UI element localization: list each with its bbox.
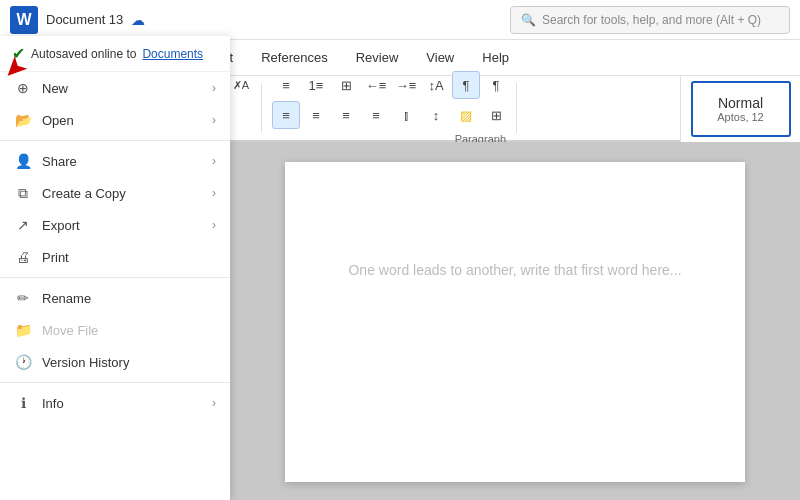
increase-indent-button[interactable]: →≡ (392, 71, 420, 99)
menu-label-open: Open (42, 113, 74, 128)
move-file-icon: 📁 (14, 322, 32, 338)
menu-label-new: New (42, 81, 68, 96)
line-spacing-button[interactable]: ↕ (422, 101, 450, 129)
create-copy-chevron: › (212, 186, 216, 200)
open-chevron: › (212, 113, 216, 127)
doc-page[interactable]: One word leads to another, write that fi… (285, 162, 745, 482)
menu-item-move-file: 📁 Move File (0, 314, 230, 346)
rename-icon: ✏ (14, 290, 32, 306)
title-search[interactable]: 🔍 Search for tools, help, and more (Alt … (510, 6, 790, 34)
doc-title: Document 13 (46, 12, 123, 27)
decrease-indent-button[interactable]: ←≡ (362, 71, 390, 99)
paragraph-group: ≡ 1≡ ⊞ ←≡ →≡ ↕A ¶ ¶ ≡ ≡ ≡ ≡ ⫿ ↕ ▨ ⊞ Para… (266, 83, 517, 133)
title-bar-left: W Document 13 ☁ (10, 6, 145, 34)
divider-1 (0, 140, 230, 141)
menu-label-print: Print (42, 250, 69, 265)
autosave-text: Autosaved online to (31, 47, 136, 61)
menu-label-export: Export (42, 218, 80, 233)
autosave-link[interactable]: Documents (142, 47, 203, 61)
divider-3 (0, 382, 230, 383)
clear-format-button[interactable]: ✗A (227, 71, 255, 99)
menu-label-rename: Rename (42, 291, 91, 306)
info-chevron: › (212, 396, 216, 410)
doc-placeholder: One word leads to another, write that fi… (325, 262, 705, 278)
menu-item-open[interactable]: 📂 Open › (0, 104, 230, 136)
justify-button[interactable]: ≡ (362, 101, 390, 129)
menu-item-rename[interactable]: ✏ Rename (0, 282, 230, 314)
columns-button[interactable]: ⫿ (392, 101, 420, 129)
create-copy-icon: ⧉ (14, 185, 32, 202)
share-icon: 👤 (14, 153, 32, 169)
style-sub: Aptos, 12 (717, 111, 763, 123)
export-icon: ↗ (14, 217, 32, 233)
bullets-button[interactable]: ≡ (272, 71, 300, 99)
numbering-button[interactable]: 1≡ (302, 71, 330, 99)
borders-button[interactable]: ⊞ (482, 101, 510, 129)
menu-item-share[interactable]: 👤 Share › (0, 145, 230, 177)
shading-button[interactable]: ▨ (452, 101, 480, 129)
search-icon: 🔍 (521, 13, 536, 27)
doc-area: One word leads to another, write that fi… (230, 142, 800, 500)
menu-item-new[interactable]: ⊕ New › (0, 72, 230, 104)
menu-item-export[interactable]: ↗ Export › (0, 209, 230, 241)
menu-label-share: Share (42, 154, 77, 169)
title-bar: W Document 13 ☁ 🔍 Search for tools, help… (0, 0, 800, 40)
menu-item-create-copy[interactable]: ⧉ Create a Copy › (0, 177, 230, 209)
export-chevron: › (212, 218, 216, 232)
version-history-icon: 🕐 (14, 354, 32, 370)
menu-label-create-copy: Create a Copy (42, 186, 126, 201)
open-icon: 📂 (14, 112, 32, 128)
menu-item-version-history[interactable]: 🕐 Version History (0, 346, 230, 378)
file-menu: ✔ Autosaved online to Documents ⊕ New › … (0, 36, 230, 500)
menu-label-info: Info (42, 396, 64, 411)
print-icon: 🖨 (14, 249, 32, 265)
menu-item-info[interactable]: ℹ Info › (0, 387, 230, 419)
align-center-button[interactable]: ≡ (302, 101, 330, 129)
divider-2 (0, 277, 230, 278)
pilcrow-button[interactable]: ¶ (482, 71, 510, 99)
menu-label-move-file: Move File (42, 323, 98, 338)
info-icon: ℹ (14, 395, 32, 411)
show-marks-button[interactable]: ¶ (452, 71, 480, 99)
word-icon: W (10, 6, 38, 34)
autosave-bar: ✔ Autosaved online to Documents (0, 36, 230, 72)
align-left-button[interactable]: ≡ (272, 101, 300, 129)
multilevel-button[interactable]: ⊞ (332, 71, 360, 99)
cloud-icon: ☁ (131, 12, 145, 28)
menu-label-version-history: Version History (42, 355, 129, 370)
style-name: Normal (718, 95, 763, 111)
share-chevron: › (212, 154, 216, 168)
new-chevron: › (212, 81, 216, 95)
style-box[interactable]: Normal Aptos, 12 (691, 81, 791, 137)
search-placeholder: Search for tools, help, and more (Alt + … (542, 13, 761, 27)
align-right-button[interactable]: ≡ (332, 101, 360, 129)
style-panel: Normal Aptos, 12 (680, 76, 800, 142)
menu-item-print[interactable]: 🖨 Print (0, 241, 230, 273)
sort-button[interactable]: ↕A (422, 71, 450, 99)
